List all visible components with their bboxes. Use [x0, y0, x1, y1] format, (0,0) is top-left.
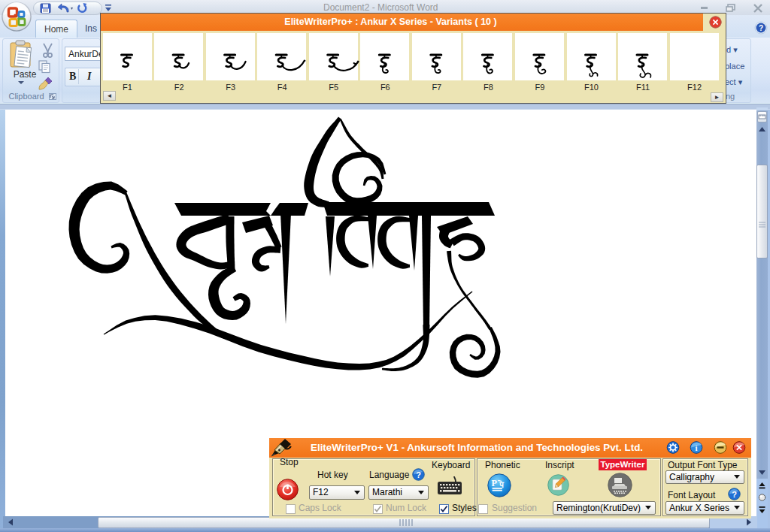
svg-text:i: i: [695, 443, 697, 452]
svg-text:?: ?: [416, 470, 421, 479]
svg-text:P: P: [492, 478, 498, 488]
svg-text:?: ?: [759, 24, 763, 32]
svg-text:?: ?: [732, 490, 737, 499]
